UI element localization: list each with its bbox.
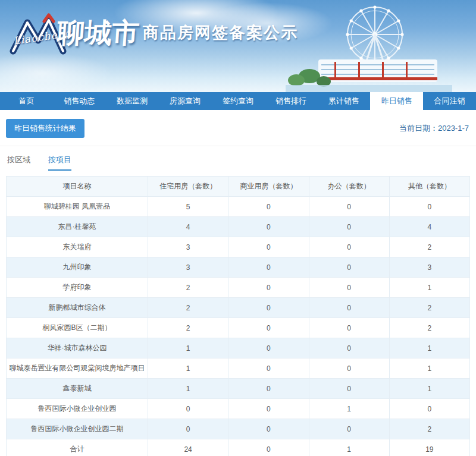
table-row: 新鹏都城市综合体2002 [7, 298, 470, 318]
value-cell: 0 [228, 338, 309, 358]
sales-statistics-table: 项目名称住宅用房（套数）商业用房（套数）办公（套数）其他（套数） 聊城碧桂园 凤… [6, 176, 470, 456]
value-cell: 1 [389, 278, 469, 298]
column-header-4: 其他（套数） [389, 177, 469, 197]
project-name-cell: 合计 [7, 439, 148, 456]
value-cell: 1 [389, 338, 469, 358]
value-cell: 0 [309, 257, 389, 278]
section-header: 昨日销售统计结果 当前日期：2023-1-7 [0, 110, 476, 146]
value-cell: 1 [389, 358, 469, 379]
table-header-row: 项目名称住宅用房（套数）商业用房（套数）办公（套数）其他（套数） [7, 177, 470, 197]
table-row: 东关瑞府3002 [7, 237, 470, 257]
value-cell: 0 [389, 399, 469, 419]
nav-item-data-monitor[interactable]: 数据监测 [106, 92, 159, 110]
project-name-cell: 鲁西国际小微企业创业园 [7, 399, 148, 419]
nav-item-listing-query[interactable]: 房源查询 [159, 92, 212, 110]
value-cell: 4 [389, 217, 469, 237]
value-cell: 0 [309, 318, 389, 338]
table-row: 鲁西国际小微企业创业园0010 [7, 399, 470, 419]
value-cell: 0 [309, 379, 389, 399]
column-header-3: 办公（套数） [309, 177, 389, 197]
view-tabs: 按区域按项目 [0, 146, 476, 171]
nav-item-total-sales[interactable]: 累计销售 [317, 92, 370, 110]
value-cell: 0 [309, 197, 389, 217]
value-cell: 0 [228, 379, 309, 399]
nav-item-sales-news[interactable]: 销售动态 [53, 92, 106, 110]
value-cell: 0 [309, 419, 389, 439]
project-name-cell: 华祥·城市森林公园 [7, 338, 148, 358]
current-date-label: 当前日期：2023-1-7 [399, 123, 469, 134]
value-cell: 1 [148, 379, 228, 399]
value-cell: 1 [309, 439, 389, 456]
value-cell: 0 [309, 237, 389, 257]
page-root: Liaocheng 聊城市 商品房网签备案公示 [0, 0, 476, 456]
project-name-cell: 东昌·桂馨苑 [7, 217, 148, 237]
value-cell: 24 [148, 439, 228, 456]
column-header-0: 项目名称 [7, 177, 148, 197]
section-title-badge: 昨日销售统计结果 [6, 119, 84, 138]
ferris-wheel-illustration [286, 0, 452, 92]
value-cell: 3 [148, 257, 228, 278]
table-row: 聊城碧桂园 凤凰壹品5000 [7, 197, 470, 217]
value-cell: 19 [389, 439, 469, 456]
table-row: 鲁西国际小微企业创业园二期0002 [7, 419, 470, 439]
table-row: 鑫泰新城1001 [7, 379, 470, 399]
value-cell: 0 [309, 298, 389, 318]
table-row: 聊城泰岳置业有限公司观棠阅境房地产项目1001 [7, 358, 470, 379]
nav-item-signing-query[interactable]: 签约查询 [212, 92, 265, 110]
value-cell: 0 [309, 278, 389, 298]
header-banner: Liaocheng 聊城市 商品房网签备案公示 [0, 0, 476, 92]
site-title-city: 聊城市 [56, 19, 140, 46]
table-row: 桐凤家园B区（二期）2002 [7, 318, 470, 338]
table-row: 东昌·桂馨苑4004 [7, 217, 470, 237]
project-name-cell: 新鹏都城市综合体 [7, 298, 148, 318]
nav-item-home[interactable]: 首页 [0, 92, 53, 110]
project-name-cell: 桐凤家园B区（二期） [7, 318, 148, 338]
value-cell: 0 [228, 217, 309, 237]
value-cell: 0 [389, 197, 469, 217]
value-cell: 0 [228, 399, 309, 419]
site-title-main: 商品房网签备案公示 [143, 22, 298, 46]
value-cell: 2 [148, 318, 228, 338]
value-cell: 2 [389, 318, 469, 338]
value-cell: 2 [389, 237, 469, 257]
value-cell: 1 [148, 338, 228, 358]
site-title-group: 聊城市 商品房网签备案公示 [57, 19, 298, 46]
value-cell: 0 [228, 237, 309, 257]
value-cell: 0 [228, 298, 309, 318]
value-cell: 0 [309, 338, 389, 358]
project-name-cell: 聊城碧桂园 凤凰壹品 [7, 197, 148, 217]
main-nav: 首页销售动态数据监测房源查询签约查询销售排行累计销售昨日销售合同注销 [0, 92, 476, 110]
value-cell: 0 [148, 419, 228, 439]
value-cell: 4 [148, 217, 228, 237]
project-name-cell: 鑫泰新城 [7, 379, 148, 399]
project-name-cell: 学府印象 [7, 278, 148, 298]
project-name-cell: 东关瑞府 [7, 237, 148, 257]
project-name-cell: 鲁西国际小微企业创业园二期 [7, 419, 148, 439]
value-cell: 1 [389, 379, 469, 399]
value-cell: 0 [309, 217, 389, 237]
column-header-2: 商业用房（套数） [228, 177, 309, 197]
project-name-cell: 聊城泰岳置业有限公司观棠阅境房地产项目 [7, 358, 148, 379]
column-header-1: 住宅用房（套数） [148, 177, 228, 197]
nav-item-sales-rank[interactable]: 销售排行 [264, 92, 317, 110]
table-row: 学府印象2001 [7, 278, 470, 298]
value-cell: 1 [148, 358, 228, 379]
value-cell: 0 [148, 399, 228, 419]
value-cell: 2 [148, 278, 228, 298]
value-cell: 0 [309, 358, 389, 379]
value-cell: 0 [228, 318, 309, 338]
value-cell: 0 [228, 278, 309, 298]
project-name-cell: 九州印象 [7, 257, 148, 278]
tab-by-region[interactable]: 按区域 [7, 155, 30, 171]
tab-by-project[interactable]: 按项目 [48, 155, 71, 171]
table-row: 华祥·城市森林公园1001 [7, 338, 470, 358]
nav-item-contract-cancel[interactable]: 合同注销 [423, 92, 476, 110]
value-cell: 0 [228, 358, 309, 379]
value-cell: 3 [389, 257, 469, 278]
value-cell: 2 [389, 419, 469, 439]
value-cell: 5 [148, 197, 228, 217]
value-cell: 1 [309, 399, 389, 419]
nav-item-yesterday-sales[interactable]: 昨日销售 [370, 92, 423, 110]
value-cell: 3 [148, 237, 228, 257]
value-cell: 0 [228, 197, 309, 217]
